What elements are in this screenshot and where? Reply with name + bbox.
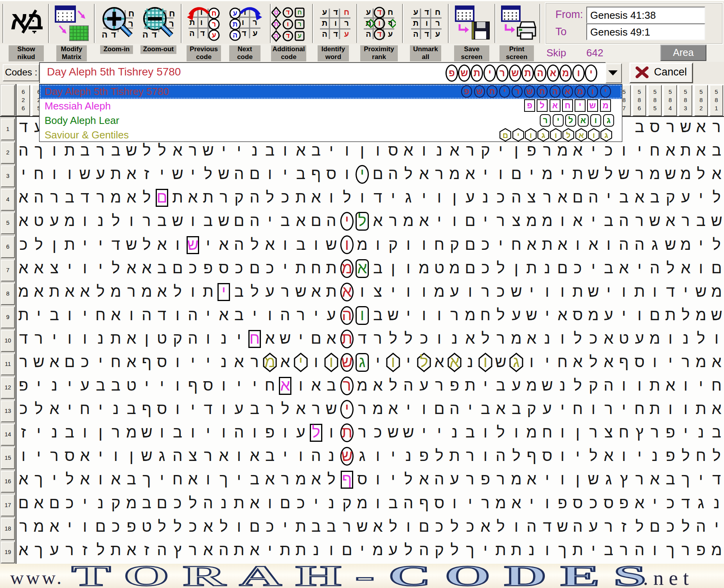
svg-text:ה: ה <box>322 30 327 38</box>
svg-text:ד: ד <box>333 30 338 38</box>
svg-text:ו: ו <box>287 21 289 27</box>
svg-text:ט: ט <box>274 9 278 16</box>
svg-text:ל: ל <box>566 131 570 140</box>
svg-text:ע: ע <box>366 8 371 16</box>
svg-text:ע: ע <box>388 30 393 38</box>
svg-text:ר: ר <box>435 19 440 27</box>
svg-text:ע: ע <box>344 30 349 38</box>
svg-text:ע: ע <box>212 31 216 39</box>
svg-text:ר: ר <box>212 20 216 28</box>
svg-text:ע: ע <box>435 30 440 38</box>
svg-text:ו: ו <box>593 131 595 140</box>
svg-text:ע: ע <box>253 29 257 38</box>
svg-text:ר: ר <box>128 19 133 29</box>
svg-text:ה: ה <box>233 31 237 39</box>
svg-text:ת: ת <box>233 20 238 28</box>
svg-text:ח: ח <box>169 9 175 18</box>
svg-text:ו: ו <box>426 19 428 27</box>
svg-text:ו: ו <box>378 19 381 27</box>
svg-text:ד: ד <box>242 29 246 38</box>
svg-text:ר: ר <box>169 19 174 29</box>
svg-text:ה: ה <box>189 29 195 38</box>
svg-text:ת: ת <box>274 21 278 27</box>
svg-text:ו: ו <box>555 131 557 140</box>
svg-text:ח: ח <box>388 8 393 16</box>
svg-text:ד: ד <box>377 8 382 16</box>
svg-text:ד: ד <box>152 30 157 39</box>
svg-text:ו: ו <box>200 18 203 27</box>
svg-text:ע: ע <box>413 8 418 16</box>
svg-text:ג: ג <box>541 131 545 140</box>
svg-text:ע: ע <box>233 9 237 17</box>
svg-text:ד: ד <box>286 9 289 16</box>
svg-text:ד: ד <box>111 30 116 39</box>
svg-text:י: י <box>517 131 519 140</box>
svg-text:א: א <box>578 131 584 140</box>
svg-text:ד: ד <box>377 30 382 38</box>
svg-text:ח: ח <box>435 8 440 16</box>
svg-text:ח: ח <box>344 8 349 16</box>
svg-text:ד: ד <box>286 32 289 39</box>
svg-text:ר: ר <box>388 19 393 27</box>
svg-text:ו: ו <box>530 131 532 140</box>
svg-text:ר: ר <box>298 21 301 27</box>
svg-text:ם: ם <box>503 131 508 140</box>
svg-text:ע: ע <box>322 8 327 16</box>
svg-text:ד: ד <box>424 8 429 16</box>
svg-text:ה: ה <box>413 30 419 38</box>
svg-text:ד: ד <box>424 30 429 38</box>
svg-text:ת: ת <box>413 19 419 27</box>
svg-text:ד: ד <box>200 29 205 38</box>
svg-text:ח: ח <box>297 9 302 16</box>
svg-text:ה: ה <box>142 30 148 39</box>
svg-text:ה: ה <box>102 30 108 39</box>
svg-text:ג: ג <box>604 131 608 140</box>
svg-text:ו: ו <box>334 19 337 27</box>
svg-text:ח: ח <box>212 9 217 17</box>
svg-text:ת: ת <box>322 19 327 27</box>
svg-text:ח: ח <box>128 9 134 18</box>
svg-text:ע: ע <box>298 32 302 39</box>
svg-text:ה: ה <box>366 30 371 38</box>
svg-text:ר: ר <box>344 19 349 27</box>
svg-text:ה: ה <box>274 32 278 39</box>
svg-text:ד: ד <box>333 8 338 16</box>
svg-text:ו: ו <box>242 18 244 27</box>
